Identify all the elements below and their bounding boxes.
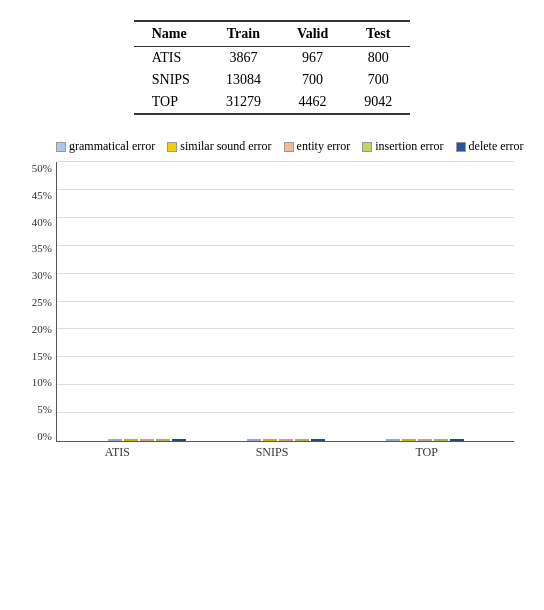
y-axis-label: 40% — [20, 216, 52, 228]
legend-label: grammatical error — [69, 139, 155, 154]
bar-group — [386, 439, 464, 441]
y-axis-label: 50% — [20, 162, 52, 174]
chart-legend: grammatical errorsimilar sound errorenti… — [56, 139, 524, 154]
table-cell: 700 — [279, 69, 346, 91]
table-cell: 3867 — [208, 47, 279, 70]
legend-item: insertion error — [362, 139, 443, 154]
bar — [247, 439, 261, 441]
bar-group — [247, 439, 325, 441]
legend-color-box — [284, 142, 294, 152]
bar — [140, 439, 154, 441]
table-cell: 800 — [346, 47, 410, 70]
bars-container — [57, 162, 514, 441]
bar — [418, 439, 432, 441]
y-axis-label: 5% — [20, 403, 52, 415]
chart-inner — [56, 162, 514, 442]
bar — [450, 439, 464, 441]
bar-chart: 50%45%40%35%30%25%20%15%10%5%0% — [56, 162, 514, 442]
table-header-cell: Test — [346, 21, 410, 47]
bar — [386, 439, 400, 441]
table-row: ATIS3867967800 — [134, 47, 411, 70]
legend-label: delete error — [469, 139, 524, 154]
bar — [108, 439, 122, 441]
table-header-cell: Name — [134, 21, 208, 47]
legend-item: similar sound error — [167, 139, 271, 154]
legend-color-box — [56, 142, 66, 152]
bar — [434, 439, 448, 441]
bar — [295, 439, 309, 441]
table-row: SNIPS13084700700 — [134, 69, 411, 91]
table-header: NameTrainValidTest — [134, 21, 411, 47]
data-table: NameTrainValidTest ATIS3867967800SNIPS13… — [20, 20, 524, 115]
x-axis-label: TOP — [387, 445, 467, 460]
x-axis-label: SNIPS — [232, 445, 312, 460]
legend-color-box — [362, 142, 372, 152]
table-header-cell: Train — [208, 21, 279, 47]
table-cell: 9042 — [346, 91, 410, 114]
bar-group — [108, 439, 186, 441]
table-cell: ATIS — [134, 47, 208, 70]
table-body: ATIS3867967800SNIPS13084700700TOP3127944… — [134, 47, 411, 115]
y-axis-label: 0% — [20, 430, 52, 442]
table-cell: 31279 — [208, 91, 279, 114]
table-header-cell: Valid — [279, 21, 346, 47]
bar — [402, 439, 416, 441]
table-cell: 13084 — [208, 69, 279, 91]
bar — [279, 439, 293, 441]
y-axis-label: 15% — [20, 350, 52, 362]
bar — [124, 439, 138, 441]
y-axis-label: 20% — [20, 323, 52, 335]
y-axis-label: 30% — [20, 269, 52, 281]
legend-label: similar sound error — [180, 139, 271, 154]
y-axis-label: 35% — [20, 242, 52, 254]
legend-item: grammatical error — [56, 139, 155, 154]
legend-item: delete error — [456, 139, 524, 154]
bar — [311, 439, 325, 441]
bar — [263, 439, 277, 441]
bar — [156, 439, 170, 441]
bar — [172, 439, 186, 441]
table-cell: SNIPS — [134, 69, 208, 91]
y-axis-label: 25% — [20, 296, 52, 308]
y-axis-label: 45% — [20, 189, 52, 201]
legend-color-box — [456, 142, 466, 152]
y-axis-labels: 50%45%40%35%30%25%20%15%10%5%0% — [20, 162, 52, 442]
x-axis-labels: ATISSNIPSTOP — [20, 445, 524, 460]
table-cell: TOP — [134, 91, 208, 114]
legend-label: insertion error — [375, 139, 443, 154]
table-row: TOP3127944629042 — [134, 91, 411, 114]
legend-item: entity error — [284, 139, 351, 154]
table-cell: 700 — [346, 69, 410, 91]
x-axis-label: ATIS — [77, 445, 157, 460]
y-axis-label: 10% — [20, 376, 52, 388]
legend-label: entity error — [297, 139, 351, 154]
table-cell: 967 — [279, 47, 346, 70]
table-cell: 4462 — [279, 91, 346, 114]
legend-color-box — [167, 142, 177, 152]
